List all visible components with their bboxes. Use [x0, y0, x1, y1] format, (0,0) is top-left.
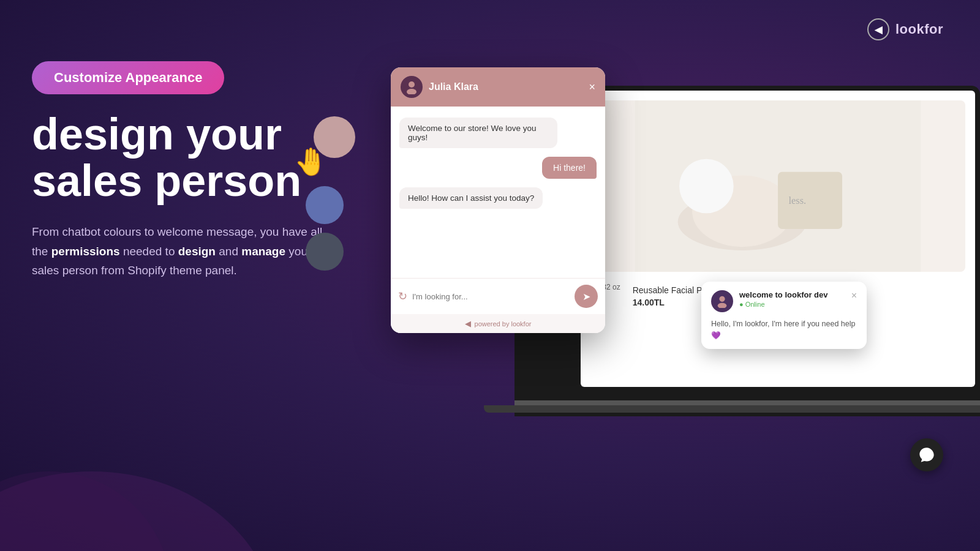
hand-pointer-icon: 🤚 — [294, 146, 328, 178]
chat-message-3: Hello! How can I assist you today? — [399, 187, 543, 209]
chat-close-button[interactable]: × — [589, 81, 595, 94]
notification-avatar — [711, 290, 733, 312]
svg-point-9 — [407, 89, 417, 94]
notification-header: welcome to lookfor dev ● Online × — [711, 290, 857, 312]
swatch-circle-dark — [306, 233, 344, 271]
mini-notification-widget: welcome to lookfor dev ● Online × Hello,… — [701, 282, 867, 349]
svg-point-8 — [409, 81, 415, 88]
svg-point-7 — [679, 159, 734, 214]
logo-icon: ◀ — [867, 18, 889, 40]
chat-agent-avatar — [401, 76, 423, 98]
body-text-middle: needed to — [120, 245, 178, 258]
svg-point-10 — [719, 296, 725, 302]
body-text-middle2: and — [216, 245, 241, 258]
notif-avatar-icon — [715, 294, 729, 308]
swatch-circle-blue — [306, 186, 344, 224]
logo-chevron-icon: ◀ — [875, 24, 882, 36]
logo-area: ◀ lookfor — [867, 18, 943, 40]
body-text: From chatbot colours to welcome message,… — [32, 222, 326, 280]
notification-title: welcome to lookfor dev — [739, 290, 845, 299]
svg-point-11 — [718, 303, 727, 308]
chat-send-button[interactable]: ➤ — [575, 285, 598, 308]
body-text-bold3: manage — [241, 245, 285, 258]
color-swatches-area: 🤚 — [294, 116, 355, 271]
chat-agent-name: Julia Klara — [429, 81, 582, 92]
chat-bubble-button[interactable] — [910, 438, 943, 471]
chat-message-2: Hi there! — [542, 157, 597, 179]
product-image-svg: less. — [590, 100, 965, 272]
laptop-base — [484, 405, 980, 413]
svg-rect-5 — [778, 172, 842, 229]
bg-wave-decoration — [0, 380, 368, 551]
headline-line2: sales person — [32, 158, 326, 204]
chat-refresh-icon[interactable]: ↻ — [398, 290, 407, 303]
chat-footer-text: powered by lookfor — [475, 320, 532, 328]
chat-search-input[interactable] — [412, 292, 570, 301]
headline: design your sales person — [32, 111, 326, 204]
svg-text:less.: less. — [789, 195, 807, 206]
notification-message: Hello, I'm lookfor, I'm here if you need… — [711, 318, 857, 342]
body-text-bold1: permissions — [51, 245, 120, 258]
chat-messages-area: Welcome to our store! We love you guys! … — [391, 107, 605, 278]
chat-bubble-icon — [918, 446, 935, 463]
notification-close-button[interactable]: × — [851, 290, 857, 301]
headline-line1: design your — [32, 111, 326, 158]
chat-widget: Julia Klara × Welcome to our store! We l… — [391, 67, 605, 333]
customize-appearance-button[interactable]: Customize Appearance — [32, 61, 224, 94]
left-content: Customize Appearance design your sales p… — [32, 61, 326, 280]
logo-text: lookfor — [895, 21, 943, 37]
notification-status: ● Online — [739, 301, 845, 308]
chat-footer: ◀ powered by lookfor — [391, 314, 605, 333]
chat-input-area: ↻ ➤ — [391, 278, 605, 314]
chat-header: Julia Klara × — [391, 67, 605, 107]
body-text-bold2: design — [178, 245, 216, 258]
agent-avatar-icon — [404, 80, 419, 94]
footer-lookfor-icon: ◀ — [465, 319, 471, 328]
chat-message-1: Welcome to our store! We love you guys! — [399, 118, 557, 148]
product-image-container: less. — [590, 100, 965, 272]
send-icon: ➤ — [582, 291, 590, 302]
swatch-hand-container: 🤚 — [294, 116, 355, 178]
notification-title-area: welcome to lookfor dev ● Online — [739, 290, 845, 308]
